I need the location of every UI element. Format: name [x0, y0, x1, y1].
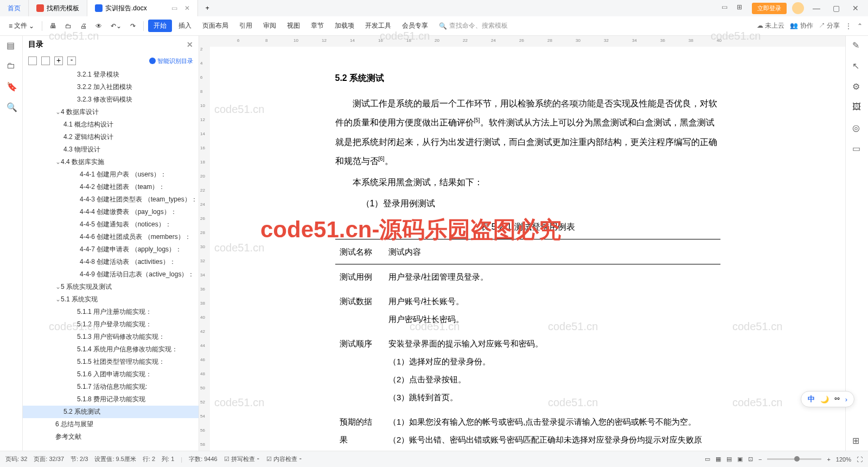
more-icon[interactable]: ⋮: [845, 22, 852, 30]
outline-tool-2[interactable]: [41, 56, 50, 65]
outline-item[interactable]: 4.2 逻辑结构设计: [23, 131, 199, 143]
cursor-icon[interactable]: ↖: [852, 61, 862, 71]
menu-dev[interactable]: 开发工具: [361, 20, 395, 32]
device-icon[interactable]: ▭: [852, 143, 862, 153]
menu-view[interactable]: 视图: [283, 20, 304, 32]
login-button[interactable]: 立即登录: [752, 3, 787, 14]
outline-close-icon[interactable]: ✕: [187, 40, 193, 49]
apps-icon[interactable]: ⊞: [737, 3, 746, 13]
close-button[interactable]: ✕: [848, 1, 863, 15]
outline-item[interactable]: ⌄5 系统实现及测试: [23, 281, 199, 293]
outline-item[interactable]: 6 总结与展望: [23, 418, 199, 431]
zoom-in-button[interactable]: +: [827, 456, 830, 463]
outline-item[interactable]: 4-4-3 创建社团类型表 （team_types）：: [23, 193, 199, 206]
more-tools-icon[interactable]: ⊞: [852, 436, 862, 445]
minimize-button[interactable]: —: [809, 1, 824, 15]
view-mode-3-icon[interactable]: ▤: [726, 456, 732, 463]
collapse-icon[interactable]: ⌃: [857, 22, 863, 30]
ime-pill[interactable]: 中 🌙 ᵒᵒ ›: [801, 391, 854, 407]
outline-item[interactable]: 3.2.1 登录模块: [23, 68, 199, 81]
outline-item[interactable]: 5.1.8 费用记录功能实现: [23, 393, 199, 406]
outline-icon[interactable]: ▤: [7, 40, 16, 50]
redo-icon[interactable]: ↷: [127, 21, 139, 31]
share-button[interactable]: ↗ 分享: [819, 21, 840, 30]
document-area[interactable]: 6810121416182022242628303234363840 5.2 系…: [210, 36, 845, 451]
outline-item[interactable]: 5.2 系统测试: [23, 406, 199, 418]
target-icon[interactable]: ◎: [852, 123, 862, 132]
outline-item[interactable]: 4-4-9 创建活动日志表（active_logs）：: [23, 268, 199, 281]
maximize-button[interactable]: ▢: [829, 1, 843, 15]
view-mode-1-icon[interactable]: ▭: [705, 456, 710, 463]
zoom-slider[interactable]: [767, 458, 821, 460]
menu-chapter[interactable]: 章节: [307, 20, 328, 32]
sb-words[interactable]: 字数: 9446: [189, 455, 218, 463]
view-mode-2-icon[interactable]: ▦: [716, 456, 721, 463]
search-icon[interactable]: 🔍: [7, 102, 16, 112]
outline-item[interactable]: 4-4-2 创建社团表 （team）：: [23, 181, 199, 193]
outline-item[interactable]: 5.1.2 用户登录功能实现：: [23, 318, 199, 331]
sb-page[interactable]: 页码: 32: [5, 455, 27, 463]
sb-content[interactable]: ☑ 内容检查 ⁃: [266, 455, 302, 463]
tab-template[interactable]: 找稻壳模板: [29, 0, 87, 16]
outline-item[interactable]: 5.1.5 社团类型管理功能实现：: [23, 356, 199, 368]
outline-item[interactable]: 4-4-5 创建通知表 （notices）：: [23, 218, 199, 231]
menu-ref[interactable]: 引用: [235, 20, 257, 32]
outline-tool-3[interactable]: +: [54, 56, 63, 65]
outline-item[interactable]: 4-4-7 创建申请表 （apply_logs）：: [23, 243, 199, 256]
outline-item[interactable]: 5.1.3 用户密码修改功能实现：: [23, 331, 199, 343]
outline-item[interactable]: 3.2.2 加入社团模块: [23, 81, 199, 93]
nav-icon[interactable]: 🗀: [7, 61, 16, 71]
menu-vip[interactable]: 会员专享: [398, 20, 432, 32]
menu-review[interactable]: 审阅: [259, 20, 280, 32]
tab-menu-icon[interactable]: ▭: [171, 4, 177, 12]
outline-tool-4[interactable]: -: [67, 56, 76, 65]
outline-item[interactable]: 4-4-8 创建活动表 （activities）：: [23, 256, 199, 268]
undo-icon[interactable]: ↶⌄: [107, 21, 125, 31]
layout-icon[interactable]: ▭: [722, 3, 731, 13]
outline-item[interactable]: 5.1.4 系统用户信息修改功能实现：: [23, 343, 199, 356]
tab-home[interactable]: 首页: [0, 0, 29, 16]
moon-icon[interactable]: 🌙: [820, 395, 829, 403]
outline-item[interactable]: 4.1 概念结构设计: [23, 118, 199, 131]
sb-spell[interactable]: ☑ 拼写检查 ⁃: [224, 455, 260, 463]
fullscreen-icon[interactable]: ⛶: [857, 456, 863, 463]
image-icon[interactable]: 🖼: [852, 102, 862, 112]
outline-item[interactable]: 5.1.1 用户注册功能实现：: [23, 306, 199, 318]
outline-item[interactable]: 参考文献: [23, 431, 199, 443]
outline-item[interactable]: 4.3 物理设计: [23, 143, 199, 156]
search-input[interactable]: 🔍 查找命令、搜索模板: [435, 20, 512, 32]
sb-pages[interactable]: 页面: 32/37: [34, 455, 64, 463]
smart-toc-button[interactable]: 智能识别目录: [149, 57, 193, 65]
tab-document[interactable]: 实训报告.docx▭✕: [87, 0, 198, 16]
menu-layout[interactable]: 页面布局: [198, 20, 233, 32]
outline-item[interactable]: ⌄4 数据库设计: [23, 106, 199, 118]
zoom-level[interactable]: 120%: [836, 456, 851, 463]
pencil-icon[interactable]: ✎: [852, 40, 862, 50]
menu-insert[interactable]: 插入: [174, 20, 196, 32]
outline-list[interactable]: 3.2.1 登录模块3.2.2 加入社团模块3.2.3 修改密码模块⌄4 数据库…: [23, 68, 199, 451]
view-mode-5-icon[interactable]: ⊡: [748, 456, 753, 463]
preview-icon[interactable]: 👁: [92, 21, 105, 31]
cloud-status[interactable]: ☁ 未上云: [757, 21, 784, 30]
menu-button[interactable]: ≡ 文件 ⌄: [5, 20, 37, 32]
outline-item[interactable]: 4-4-1 创建用户表 （users）：: [23, 168, 199, 181]
print-icon[interactable]: 🖨: [77, 21, 90, 31]
menu-addon[interactable]: 加载项: [330, 20, 359, 32]
outline-item[interactable]: ⌄4.4 数据库实施: [23, 156, 199, 168]
zoom-out-button[interactable]: −: [758, 456, 762, 463]
outline-item[interactable]: 5.1.7 活动信息功能实现:: [23, 381, 199, 393]
outline-item[interactable]: 5.1.6 入团申请功能实现：: [23, 368, 199, 381]
open-icon[interactable]: 🗀: [62, 21, 75, 31]
outline-item[interactable]: 4-4-4 创建缴费表 （pay_logs）：: [23, 206, 199, 218]
outline-item[interactable]: 3.2.3 修改密码模块: [23, 93, 199, 106]
bookmark-icon[interactable]: 🔖: [7, 81, 16, 91]
ime-next-icon[interactable]: ›: [845, 395, 847, 403]
view-mode-4-icon[interactable]: ▣: [737, 456, 743, 463]
avatar[interactable]: [792, 2, 804, 14]
tab-add[interactable]: +: [198, 0, 217, 16]
outline-tool-1[interactable]: [28, 56, 37, 65]
outline-item[interactable]: 4-4-6 创建社团成员表 （members）：: [23, 231, 199, 243]
ime-more-icon[interactable]: ᵒᵒ: [834, 395, 840, 403]
outline-item[interactable]: ⌄5.1 系统实现: [23, 293, 199, 306]
tab-close-icon[interactable]: ✕: [184, 4, 190, 12]
